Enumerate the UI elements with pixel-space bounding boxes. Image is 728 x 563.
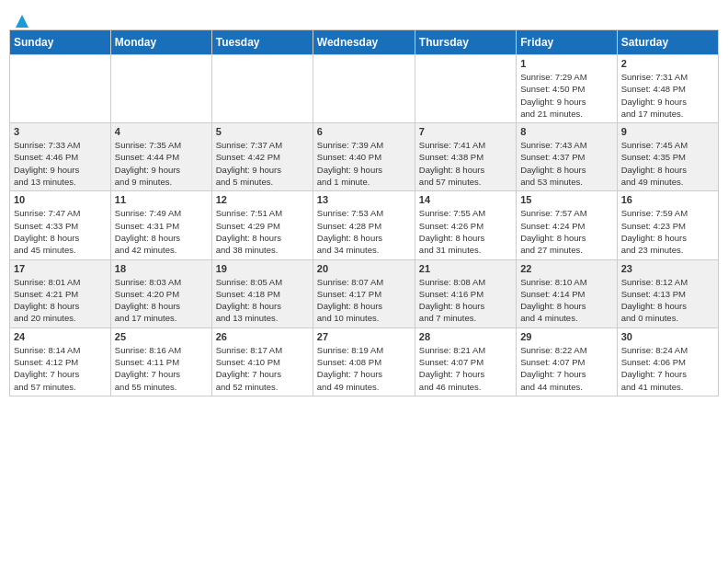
weekday-header: Saturday	[617, 30, 718, 55]
day-number: 29	[520, 331, 612, 342]
calendar-cell	[211, 55, 313, 123]
day-info: Sunrise: 8:22 AMSunset: 4:07 PMDaylight:…	[520, 344, 612, 393]
calendar-cell: 9Sunrise: 7:45 AMSunset: 4:35 PMDaylight…	[617, 123, 718, 191]
day-info: Sunrise: 8:05 AMSunset: 4:18 PMDaylight:…	[216, 276, 309, 325]
day-info: Sunrise: 7:59 AMSunset: 4:23 PMDaylight:…	[621, 207, 714, 256]
calendar-cell: 12Sunrise: 7:51 AMSunset: 4:29 PMDayligh…	[211, 191, 313, 259]
day-number: 14	[419, 194, 512, 205]
day-number: 16	[621, 194, 714, 205]
calendar-week-row: 3Sunrise: 7:33 AMSunset: 4:46 PMDaylight…	[10, 123, 719, 191]
day-number: 19	[216, 263, 309, 274]
calendar-cell: 13Sunrise: 7:53 AMSunset: 4:28 PMDayligh…	[313, 191, 415, 259]
day-number: 12	[216, 194, 309, 205]
calendar-cell: 4Sunrise: 7:35 AMSunset: 4:44 PMDaylight…	[110, 123, 211, 191]
day-info: Sunrise: 7:33 AMSunset: 4:46 PMDaylight:…	[14, 139, 107, 188]
day-number: 21	[419, 263, 512, 274]
day-number: 5	[216, 126, 309, 137]
calendar-cell: 23Sunrise: 8:12 AMSunset: 4:13 PMDayligh…	[617, 259, 718, 327]
day-info: Sunrise: 7:55 AMSunset: 4:26 PMDaylight:…	[419, 207, 512, 256]
day-info: Sunrise: 7:45 AMSunset: 4:35 PMDaylight:…	[621, 139, 714, 188]
day-info: Sunrise: 7:57 AMSunset: 4:24 PMDaylight:…	[520, 207, 612, 256]
day-number: 1	[520, 58, 612, 69]
day-info: Sunrise: 7:53 AMSunset: 4:28 PMDaylight:…	[317, 207, 411, 256]
day-info: Sunrise: 8:21 AMSunset: 4:07 PMDaylight:…	[419, 344, 512, 393]
day-number: 13	[317, 194, 411, 205]
day-number: 28	[419, 331, 512, 342]
calendar-cell	[313, 55, 415, 123]
calendar-cell: 21Sunrise: 8:08 AMSunset: 4:16 PMDayligh…	[415, 259, 516, 327]
calendar-cell: 1Sunrise: 7:29 AMSunset: 4:50 PMDaylight…	[517, 55, 617, 123]
day-info: Sunrise: 7:39 AMSunset: 4:40 PMDaylight:…	[317, 139, 411, 188]
day-number: 22	[520, 263, 612, 274]
calendar-cell: 25Sunrise: 8:16 AMSunset: 4:11 PMDayligh…	[110, 327, 211, 396]
calendar-week-row: 1Sunrise: 7:29 AMSunset: 4:50 PMDaylight…	[10, 55, 719, 123]
day-info: Sunrise: 8:14 AMSunset: 4:12 PMDaylight:…	[14, 344, 107, 393]
calendar-cell: 27Sunrise: 8:19 AMSunset: 4:08 PMDayligh…	[313, 327, 415, 396]
logo-icon	[14, 13, 30, 29]
day-info: Sunrise: 7:49 AMSunset: 4:31 PMDaylight:…	[115, 207, 208, 256]
day-info: Sunrise: 8:08 AMSunset: 4:16 PMDaylight:…	[419, 276, 512, 325]
logo	[13, 13, 30, 26]
calendar-cell	[10, 55, 111, 123]
calendar-cell: 11Sunrise: 7:49 AMSunset: 4:31 PMDayligh…	[110, 191, 211, 259]
day-info: Sunrise: 7:35 AMSunset: 4:44 PMDaylight:…	[115, 139, 208, 188]
day-info: Sunrise: 8:10 AMSunset: 4:14 PMDaylight:…	[520, 276, 612, 325]
day-number: 11	[115, 194, 208, 205]
calendar-cell: 10Sunrise: 7:47 AMSunset: 4:33 PMDayligh…	[10, 191, 111, 259]
calendar-cell: 26Sunrise: 8:17 AMSunset: 4:10 PMDayligh…	[211, 327, 313, 396]
day-info: Sunrise: 8:16 AMSunset: 4:11 PMDaylight:…	[115, 344, 208, 393]
calendar-cell	[110, 55, 211, 123]
day-info: Sunrise: 7:31 AMSunset: 4:48 PMDaylight:…	[621, 71, 714, 120]
calendar-cell: 20Sunrise: 8:07 AMSunset: 4:17 PMDayligh…	[313, 259, 415, 327]
day-number: 7	[419, 126, 512, 137]
day-number: 10	[14, 194, 107, 205]
day-info: Sunrise: 8:07 AMSunset: 4:17 PMDaylight:…	[317, 276, 411, 325]
page-header	[9, 9, 719, 26]
day-number: 4	[115, 126, 208, 137]
day-info: Sunrise: 7:37 AMSunset: 4:42 PMDaylight:…	[216, 139, 309, 188]
calendar-cell: 15Sunrise: 7:57 AMSunset: 4:24 PMDayligh…	[517, 191, 617, 259]
day-number: 18	[115, 263, 208, 274]
calendar-cell	[415, 55, 516, 123]
day-number: 8	[520, 126, 612, 137]
weekday-header: Thursday	[415, 30, 516, 55]
day-number: 20	[317, 263, 411, 274]
calendar-cell: 5Sunrise: 7:37 AMSunset: 4:42 PMDaylight…	[211, 123, 313, 191]
calendar-cell: 17Sunrise: 8:01 AMSunset: 4:21 PMDayligh…	[10, 259, 111, 327]
day-number: 3	[14, 126, 107, 137]
weekday-header: Sunday	[10, 30, 111, 55]
day-info: Sunrise: 8:17 AMSunset: 4:10 PMDaylight:…	[216, 344, 309, 393]
calendar-cell: 6Sunrise: 7:39 AMSunset: 4:40 PMDaylight…	[313, 123, 415, 191]
day-info: Sunrise: 7:43 AMSunset: 4:37 PMDaylight:…	[520, 139, 612, 188]
weekday-header: Friday	[517, 30, 617, 55]
day-number: 24	[14, 331, 107, 342]
day-number: 23	[621, 263, 714, 274]
svg-marker-0	[16, 15, 28, 28]
day-info: Sunrise: 7:41 AMSunset: 4:38 PMDaylight:…	[419, 139, 512, 188]
day-info: Sunrise: 7:47 AMSunset: 4:33 PMDaylight:…	[14, 207, 107, 256]
day-number: 2	[621, 58, 714, 69]
day-info: Sunrise: 8:03 AMSunset: 4:20 PMDaylight:…	[115, 276, 208, 325]
calendar-cell: 22Sunrise: 8:10 AMSunset: 4:14 PMDayligh…	[517, 259, 617, 327]
day-info: Sunrise: 7:29 AMSunset: 4:50 PMDaylight:…	[520, 71, 612, 120]
calendar-week-row: 24Sunrise: 8:14 AMSunset: 4:12 PMDayligh…	[10, 327, 719, 396]
calendar-cell: 30Sunrise: 8:24 AMSunset: 4:06 PMDayligh…	[617, 327, 718, 396]
day-number: 26	[216, 331, 309, 342]
calendar-header-row: SundayMondayTuesdayWednesdayThursdayFrid…	[10, 30, 719, 55]
calendar-cell: 16Sunrise: 7:59 AMSunset: 4:23 PMDayligh…	[617, 191, 718, 259]
calendar-table: SundayMondayTuesdayWednesdayThursdayFrid…	[9, 29, 719, 396]
day-info: Sunrise: 8:19 AMSunset: 4:08 PMDaylight:…	[317, 344, 411, 393]
calendar-week-row: 10Sunrise: 7:47 AMSunset: 4:33 PMDayligh…	[10, 191, 719, 259]
calendar-cell: 28Sunrise: 8:21 AMSunset: 4:07 PMDayligh…	[415, 327, 516, 396]
day-info: Sunrise: 8:12 AMSunset: 4:13 PMDaylight:…	[621, 276, 714, 325]
day-info: Sunrise: 7:51 AMSunset: 4:29 PMDaylight:…	[216, 207, 309, 256]
day-info: Sunrise: 8:24 AMSunset: 4:06 PMDaylight:…	[621, 344, 714, 393]
day-number: 9	[621, 126, 714, 137]
day-number: 15	[520, 194, 612, 205]
day-number: 25	[115, 331, 208, 342]
calendar-cell: 2Sunrise: 7:31 AMSunset: 4:48 PMDaylight…	[617, 55, 718, 123]
calendar-cell: 8Sunrise: 7:43 AMSunset: 4:37 PMDaylight…	[517, 123, 617, 191]
weekday-header: Tuesday	[211, 30, 313, 55]
calendar-cell: 29Sunrise: 8:22 AMSunset: 4:07 PMDayligh…	[517, 327, 617, 396]
day-number: 17	[14, 263, 107, 274]
